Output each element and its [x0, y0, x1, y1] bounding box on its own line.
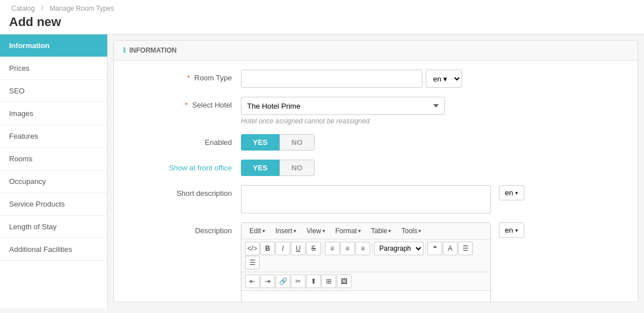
breadcrumb-separator: / [41, 5, 43, 12]
sidebar-item-rooms[interactable]: Rooms [0, 148, 107, 170]
toolbar-image-btn[interactable]: 🖼 [337, 275, 351, 288]
hotel-note: Hotel once assigned cannot be reassigned [241, 117, 524, 125]
editor-toolbar-1: </> B I U S ≡ ≡ ≡ P [242, 239, 490, 272]
description-label: Description [128, 222, 241, 235]
chevron-down-icon-2: ▾ [515, 228, 518, 233]
toolbar-align-right-btn[interactable]: ≡ [355, 242, 370, 255]
section-title: INFORMATION [129, 46, 177, 54]
sidebar-item-prices[interactable]: Prices [0, 57, 107, 80]
info-icon: ℹ [123, 46, 126, 54]
paragraph-select[interactable]: Paragraph [374, 242, 423, 255]
toolbar-indent-left-btn[interactable]: ⇤ [245, 275, 260, 288]
sidebar-item-additional-facilities[interactable]: Additional Facilities [0, 238, 107, 261]
form-section: * Room Type en ▾ * Select Hotel [114, 61, 638, 302]
section-header: ℹ INFORMATION [114, 41, 638, 61]
editor-menubar: Edit ▾ Insert ▾ View ▾ Format ▾ Table ▾ … [242, 223, 490, 239]
front-office-yes-button[interactable]: YES [241, 160, 279, 176]
room-type-label: * Room Type [128, 70, 241, 82]
toolbar-italic-btn[interactable]: I [276, 242, 290, 255]
select-hotel-control: The Hotel Prime Hotel once assigned cann… [241, 97, 524, 125]
hotel-select[interactable]: The Hotel Prime [241, 97, 445, 115]
enabled-row: Enabled YES NO [128, 134, 624, 151]
toolbar-align-left-btn[interactable]: ≡ [325, 242, 340, 255]
breadcrumb: Catalog / Manage Room Types [9, 5, 635, 12]
enabled-control: YES NO [241, 134, 524, 151]
sidebar-item-occupancy[interactable]: Occupancy [0, 170, 107, 193]
room-type-input[interactable] [241, 70, 422, 88]
sidebar-item-features[interactable]: Features [0, 125, 107, 148]
toolbar-link-btn[interactable]: 🔗 [276, 275, 290, 288]
toolbar-bold-btn[interactable]: B [260, 242, 275, 255]
menu-table[interactable]: Table ▾ [367, 225, 396, 237]
content-area: ℹ INFORMATION * Room Type en ▾ [113, 40, 638, 302]
sidebar-item-length-of-stay[interactable]: Length of Stay [0, 216, 107, 238]
room-type-lang-select[interactable]: en ▾ [426, 70, 462, 88]
short-description-textarea[interactable] [241, 185, 491, 213]
toolbar-divider-2 [372, 243, 372, 254]
front-office-label: Show at front office [128, 160, 241, 172]
short-desc-lang-button[interactable]: en ▾ [499, 185, 524, 200]
enabled-yes-button[interactable]: YES [241, 134, 279, 151]
enabled-toggle: YES NO [241, 134, 524, 151]
toolbar-highlight-btn[interactable]: A [443, 242, 457, 255]
editor-body[interactable] [242, 291, 490, 302]
chevron-down-icon: ▾ [515, 190, 518, 196]
room-type-row: * Room Type en ▾ [128, 70, 624, 88]
breadcrumb-catalog[interactable]: Catalog [11, 5, 35, 12]
select-hotel-label: * Select Hotel [128, 97, 241, 109]
toolbar-divider-3 [425, 243, 426, 254]
toolbar-underline-btn[interactable]: U [291, 242, 306, 255]
short-description-row: Short description en ▾ [128, 185, 624, 213]
toolbar-upload-btn[interactable]: ⬆ [306, 275, 321, 288]
description-editor: Edit ▾ Insert ▾ View ▾ Format ▾ Table ▾ … [241, 222, 491, 302]
description-control: Edit ▾ Insert ▾ View ▾ Format ▾ Table ▾ … [241, 222, 524, 302]
toolbar-blockquote-btn[interactable]: ❝ [427, 242, 442, 255]
menu-view[interactable]: View ▾ [302, 225, 330, 237]
required-star: * [187, 74, 190, 82]
sidebar-item-seo[interactable]: SEO [0, 80, 107, 102]
description-row: Description Edit ▾ Insert ▾ View ▾ Forma… [128, 222, 624, 302]
toolbar-list-ordered-btn[interactable]: ☰ [245, 256, 260, 269]
enabled-no-button[interactable]: NO [279, 134, 315, 151]
front-office-toggle: YES NO [241, 160, 524, 176]
required-star-2: * [185, 101, 188, 109]
breadcrumb-current[interactable]: Manage Room Types [49, 5, 114, 12]
sidebar: Information Prices SEO Images Features R… [0, 35, 108, 308]
menu-tools[interactable]: Tools ▾ [397, 225, 426, 237]
front-office-no-button[interactable]: NO [279, 160, 315, 176]
toolbar-strikethrough-btn[interactable]: S [306, 242, 321, 255]
description-lang-button[interactable]: en ▾ [499, 222, 524, 238]
select-hotel-row: * Select Hotel The Hotel Prime Hotel onc… [128, 97, 624, 125]
room-type-control: en ▾ [241, 70, 524, 88]
menu-insert[interactable]: Insert ▾ [271, 225, 301, 237]
page-title: Add new [9, 15, 635, 29]
enabled-label: Enabled [128, 134, 241, 147]
short-description-label: Short description [128, 185, 241, 198]
sidebar-item-images[interactable]: Images [0, 102, 107, 125]
toolbar-indent-right-btn[interactable]: ⇥ [260, 275, 275, 288]
front-office-row: Show at front office YES NO [128, 160, 624, 176]
menu-edit[interactable]: Edit ▾ [245, 225, 270, 237]
front-office-control: YES NO [241, 160, 524, 176]
sidebar-item-information[interactable]: Information [0, 35, 107, 57]
toolbar-code-btn[interactable]: </> [245, 242, 260, 255]
toolbar-table-btn[interactable]: ⊞ [321, 275, 336, 288]
menu-format[interactable]: Format ▾ [331, 225, 366, 237]
toolbar-divider-1 [323, 243, 323, 254]
toolbar-align-center-btn[interactable]: ≡ [340, 242, 355, 255]
toolbar-unlink-btn[interactable]: ✂ [291, 275, 306, 288]
toolbar-list-unordered-btn[interactable]: ☰ [458, 242, 473, 255]
editor-toolbar-2: ⇤ ⇥ 🔗 ✂ ⬆ ⊞ 🖼 [242, 272, 490, 291]
sidebar-item-service-products[interactable]: Service Products [0, 193, 107, 216]
short-description-control: en ▾ [241, 185, 524, 213]
